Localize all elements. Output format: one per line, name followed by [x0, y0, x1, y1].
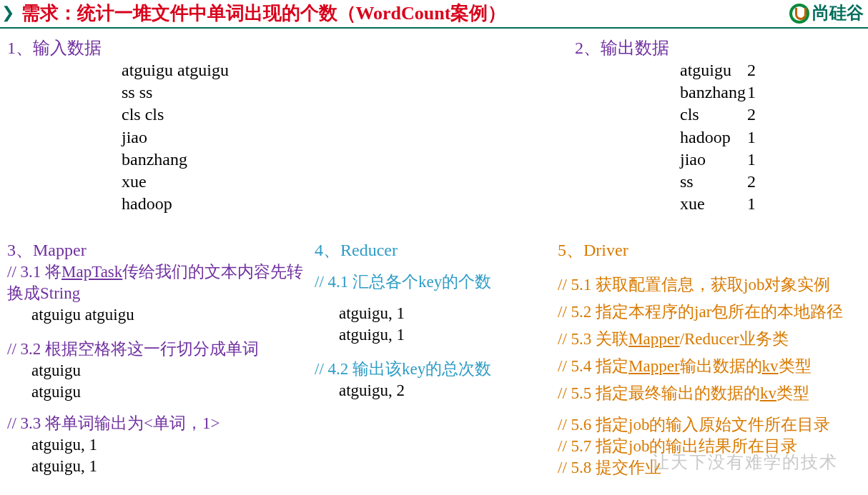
mapper-step-3-1: // 3.1 将MapTask传给我们的文本内容先转换成String: [7, 261, 315, 304]
output-val: 2: [747, 59, 757, 81]
step-underline: Mapper: [628, 357, 680, 375]
reducer-heading: 4、Reducer: [315, 239, 558, 261]
driver-step-5-6: // 5.6 指定job的输入原始文件所在目录: [558, 414, 864, 436]
brand-icon: [789, 4, 809, 24]
reducer-step-4-1: // 4.1 汇总各个key的个数: [315, 271, 558, 293]
step-text: 输出数据的: [680, 357, 762, 375]
output-row: cls2: [679, 104, 757, 126]
arrow-icon: ❯: [1, 3, 14, 24]
driver-step-5-2: // 5.2 指定本程序的jar包所在的本地路径: [558, 301, 864, 323]
mapper-data-3-1: atguigu atguigu: [7, 304, 315, 326]
output-val: 2: [747, 171, 757, 193]
output-val: 1: [747, 193, 757, 215]
output-key: atguigu: [679, 59, 747, 81]
output-val: 1: [747, 149, 757, 171]
output-key: xue: [679, 193, 747, 215]
step-underline: kv: [760, 384, 776, 402]
output-row: banzhang1: [679, 81, 757, 104]
step-text: 类型: [776, 384, 809, 402]
output-row: hadoop1: [679, 126, 757, 149]
input-data-block: atguigu atguigu ss ss cls cls jiao banzh…: [7, 59, 279, 215]
output-key: cls: [679, 104, 747, 126]
step-underline: MapTask: [61, 263, 122, 281]
title-wrap: ❯ 需求：统计一堆文件中单词出现的个数（WordCount案例）: [1, 1, 506, 26]
driver-step-5-4: // 5.4 指定Mapper输出数据的kv类型: [558, 356, 864, 377]
output-row: ss2: [679, 171, 757, 193]
output-heading: 2、输出数据: [575, 37, 761, 59]
mapper-step-3-2: // 3.2 根据空格将这一行切分成单词: [7, 339, 315, 360]
step-underline: kv: [762, 357, 779, 375]
footer-slogan: 让天下没有难学的技术: [652, 451, 838, 474]
reducer-data-4-1: atguigu, 1: [315, 303, 558, 324]
mapper-data-3-2: atguigu: [7, 360, 315, 381]
reducer-data-4-1: atguigu, 1: [315, 324, 558, 346]
input-line: xue: [122, 171, 279, 193]
driver-step-5-5: // 5.5 指定最终输出的数据的kv类型: [558, 383, 864, 404]
mapper-heading: 3、Mapper: [7, 239, 315, 261]
output-val: 1: [747, 81, 757, 104]
input-line: jiao: [122, 126, 279, 149]
output-row: xue1: [679, 193, 757, 215]
output-val: 2: [747, 104, 757, 126]
step-text: 类型: [779, 357, 812, 375]
step-text: // 5.4 指定: [558, 357, 628, 375]
input-line: cls cls: [122, 104, 279, 126]
input-line: atguigu atguigu: [122, 59, 279, 81]
mapper-step-3-3: // 3.3 将单词输出为<单词，1>: [7, 413, 315, 434]
step-underline: Mapper: [628, 330, 680, 348]
input-heading: 1、输入数据: [7, 37, 279, 59]
output-key: banzhang: [679, 81, 747, 104]
driver-step-5-3: // 5.3 关联Mapper/Reducer业务类: [558, 329, 864, 350]
step-text: /Reducer业务类: [680, 330, 789, 348]
input-line: hadoop: [122, 193, 279, 215]
reducer-step-4-2: // 4.2 输出该key的总次数: [315, 359, 558, 380]
output-key: hadoop: [679, 126, 747, 149]
input-line: ss ss: [122, 81, 279, 104]
output-key: jiao: [679, 149, 747, 171]
brand-logo: 尚硅谷: [789, 2, 864, 24]
reducer-data-4-2: atguigu, 2: [315, 380, 558, 401]
output-key: ss: [679, 171, 747, 193]
page-title: 需求：统计一堆文件中单词出现的个数（WordCount案例）: [21, 3, 507, 24]
brand-text: 尚硅谷: [812, 2, 864, 24]
input-line: banzhang: [122, 149, 279, 171]
mapper-data-3-3: atguigu, 1: [7, 456, 315, 477]
step-text: // 3.1 将: [7, 263, 61, 281]
output-val: 1: [747, 126, 757, 149]
step-text: // 5.3 关联: [558, 330, 628, 348]
driver-heading: 5、Driver: [558, 239, 864, 261]
mapper-data-3-2: atguigu: [7, 381, 315, 403]
driver-step-5-1: // 5.1 获取配置信息，获取job对象实例: [558, 274, 864, 296]
output-row: jiao1: [679, 149, 757, 171]
output-data-block: atguigu2 banzhang1 cls2 hadoop1 jiao1 ss…: [575, 59, 761, 215]
step-text: // 5.5 指定最终输出的数据的: [558, 384, 760, 402]
mapper-data-3-3: atguigu, 1: [7, 434, 315, 456]
output-row: atguigu2: [679, 59, 757, 81]
header-bar: ❯ 需求：统计一堆文件中单词出现的个数（WordCount案例） 尚硅谷: [0, 0, 868, 29]
